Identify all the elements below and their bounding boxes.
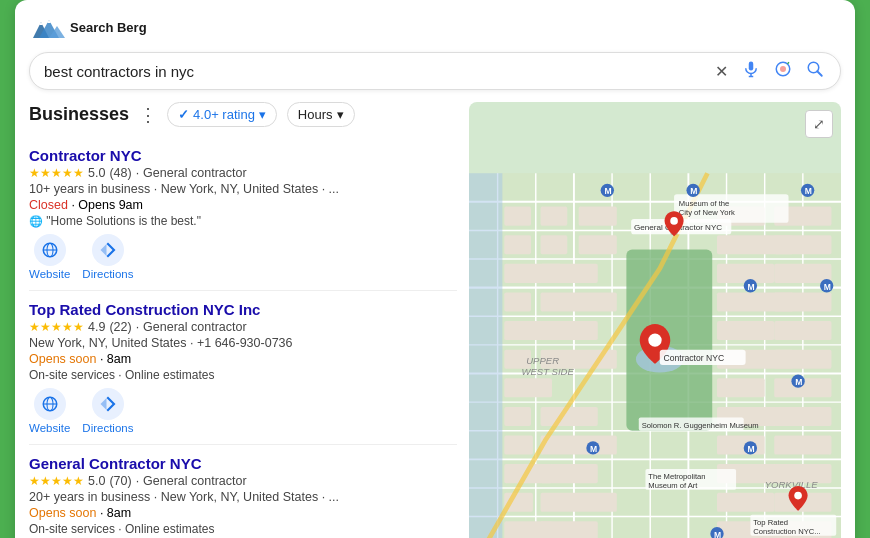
svg-rect-81 <box>717 436 765 455</box>
directions-arrow-icon <box>99 241 117 259</box>
rating-filter-label: 4.0+ rating <box>193 107 255 122</box>
svg-marker-4 <box>47 20 51 23</box>
status-extra-0: · Opens 9am <box>71 198 143 212</box>
clear-button[interactable]: ✕ <box>713 62 730 81</box>
svg-rect-92 <box>774 407 831 426</box>
svg-rect-47 <box>469 173 502 538</box>
svg-point-136 <box>670 217 678 225</box>
svg-text:M: M <box>590 444 597 454</box>
status-extra-1: · 8am <box>100 352 131 366</box>
map-area[interactable]: Museum of the City of New York General C… <box>469 102 841 538</box>
biz-type-1: General contractor <box>143 320 247 334</box>
bullet-0: · <box>136 166 139 180</box>
directions-icon-0 <box>92 234 124 266</box>
website-icon-0 <box>34 234 66 266</box>
website-button-0[interactable]: Website <box>29 234 70 280</box>
review-count-1: (22) <box>109 320 131 334</box>
svg-line-12 <box>817 71 822 76</box>
business-card: General Contractor NYC ★★★★★ 5.0 (70) · … <box>29 445 457 538</box>
biz-meta-0: 10+ years in business · New York, NY, Un… <box>29 182 457 196</box>
svg-rect-75 <box>717 264 774 283</box>
biz-note-0: 🌐 "Home Solutions is the best." <box>29 214 457 228</box>
rating-chevron-icon: ▾ <box>259 107 266 122</box>
biz-rating-row-1: ★★★★★ 4.9 (22) · General contractor <box>29 320 457 334</box>
globe-circle-icon <box>41 241 59 259</box>
svg-rect-48 <box>504 207 531 226</box>
biz-note-1: On-site services · Online estimates <box>29 368 457 382</box>
svg-text:Museum of the: Museum of the <box>679 199 729 208</box>
business-name-0[interactable]: Contractor NYC <box>29 147 457 164</box>
svg-rect-71 <box>541 493 617 512</box>
svg-text:Solomon R. Guggenheim Museum: Solomon R. Guggenheim Museum <box>642 421 759 430</box>
search-bar: ✕ <box>29 52 841 90</box>
search-input[interactable] <box>44 63 713 80</box>
svg-text:M: M <box>748 282 755 292</box>
svg-rect-87 <box>774 264 831 283</box>
svg-rect-88 <box>774 292 831 311</box>
svg-text:M: M <box>805 186 812 196</box>
svg-rect-65 <box>541 436 617 455</box>
rating-value-0: 5.0 <box>88 166 105 180</box>
svg-rect-67 <box>504 436 533 455</box>
voice-search-button[interactable] <box>740 60 762 82</box>
bullet-2: · <box>136 474 139 488</box>
business-cards-container: Contractor NYC ★★★★★ 5.0 (48) · General … <box>29 137 457 538</box>
business-name-2[interactable]: General Contractor NYC <box>29 455 457 472</box>
biz-note-2: On-site services · Online estimates <box>29 522 457 536</box>
svg-point-142 <box>794 492 802 500</box>
lens-search-button[interactable] <box>772 60 794 82</box>
search-button[interactable] <box>804 60 826 82</box>
svg-rect-50 <box>541 207 568 226</box>
directions-button-0[interactable]: Directions <box>82 234 133 280</box>
business-card: Contractor NYC ★★★★★ 5.0 (48) · General … <box>29 137 457 291</box>
svg-text:M: M <box>714 530 721 538</box>
directions-button-1[interactable]: Directions <box>82 388 133 434</box>
svg-text:M: M <box>690 186 697 196</box>
svg-marker-3 <box>39 22 43 25</box>
logo-bar: Search Berg <box>29 14 841 42</box>
biz-meta-2: 20+ years in business · New York, NY, Un… <box>29 490 457 504</box>
check-icon: ✓ <box>178 107 189 122</box>
main-card: Search Berg ✕ <box>15 0 855 538</box>
svg-rect-62 <box>541 321 598 340</box>
svg-text:M: M <box>604 186 611 196</box>
business-name-1[interactable]: Top Rated Construction NYC Inc <box>29 301 457 318</box>
more-options-button[interactable]: ⋮ <box>139 104 157 126</box>
directions-label-1: Directions <box>82 422 133 434</box>
biz-type-0: General contractor <box>143 166 247 180</box>
business-card: Top Rated Construction NYC Inc ★★★★★ 4.9… <box>29 291 457 445</box>
status-label-2: Opens soon <box>29 506 96 520</box>
directions-icon-1 <box>92 388 124 420</box>
svg-rect-77 <box>717 321 774 340</box>
svg-text:City of New York: City of New York <box>679 208 735 217</box>
hours-filter-button[interactable]: Hours ▾ <box>287 102 355 127</box>
svg-rect-53 <box>579 235 617 254</box>
svg-rect-64 <box>541 407 598 426</box>
logo-text: Search Berg <box>70 21 147 35</box>
map-svg: Museum of the City of New York General C… <box>469 102 841 538</box>
stars-icon-2: ★★★★★ <box>29 474 84 488</box>
svg-rect-5 <box>749 62 754 71</box>
biz-actions-0: Website Directions <box>29 234 457 280</box>
svg-rect-79 <box>717 378 765 397</box>
svg-text:Construction NYC...: Construction NYC... <box>753 527 820 536</box>
svg-rect-72 <box>541 521 598 538</box>
map-expand-button[interactable]: ⤢ <box>805 110 833 138</box>
svg-line-10 <box>788 62 790 64</box>
biz-rating-row-2: ★★★★★ 5.0 (70) · General contractor <box>29 474 457 488</box>
search-berg-logo-icon <box>29 14 65 42</box>
svg-rect-59 <box>504 407 531 426</box>
bullet-1: · <box>136 320 139 334</box>
stars-icon-1: ★★★★★ <box>29 320 84 334</box>
website-label-0: Website <box>29 268 70 280</box>
search-icons-group: ✕ <box>713 60 826 82</box>
directions-label-0: Directions <box>82 268 133 280</box>
main-content: Businesses ⋮ ✓ 4.0+ rating ▾ Hours ▾ Con… <box>29 102 841 538</box>
svg-rect-55 <box>504 292 531 311</box>
svg-rect-49 <box>504 235 531 254</box>
rating-filter-button[interactable]: ✓ 4.0+ rating ▾ <box>167 102 277 127</box>
website-label-1: Website <box>29 422 70 434</box>
stars-icon-0: ★★★★★ <box>29 166 84 180</box>
svg-text:M: M <box>824 282 831 292</box>
website-button-1[interactable]: Website <box>29 388 70 434</box>
